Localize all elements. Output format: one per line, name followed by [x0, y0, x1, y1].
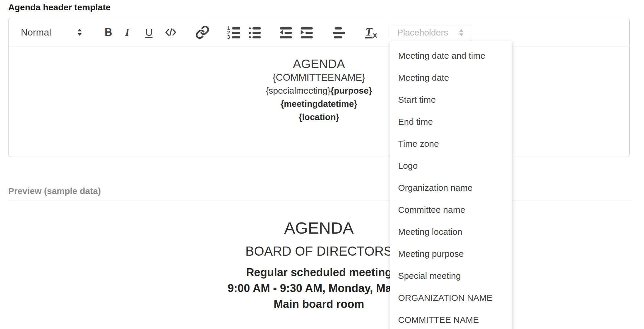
outdent-button[interactable]: [277, 24, 295, 41]
editor-toolbar: Normal B I U: [9, 18, 629, 47]
preview-line: 9:00 AM - 9:30 AM, Monday, May 2,: [8, 280, 630, 296]
editor-line: {location}: [9, 110, 629, 124]
menu-item-committee-name-caps[interactable]: COMMITTEE NAME: [390, 309, 512, 329]
ordered-list-button[interactable]: 1 2 3: [225, 24, 243, 41]
menu-item-end-time[interactable]: End time: [390, 111, 512, 133]
svg-text:3: 3: [227, 34, 230, 40]
editor-segment: {purpose}: [331, 86, 372, 95]
ordered-list-icon: 1 2 3: [227, 25, 242, 40]
link-icon: [195, 25, 210, 40]
underline-button[interactable]: U: [140, 24, 158, 41]
menu-item-committee-name[interactable]: Committee name: [390, 199, 512, 221]
chevron-updown-icon: [76, 28, 83, 37]
menu-item-meeting-location[interactable]: Meeting location: [390, 221, 512, 243]
menu-item-logo[interactable]: Logo: [390, 155, 512, 177]
bold-icon: B: [105, 26, 112, 38]
editor-line: {COMMITTEENAME}: [9, 71, 629, 84]
code-button[interactable]: [162, 24, 180, 41]
editor-segment: {specialmeeting}: [266, 86, 331, 95]
editor-content-area[interactable]: AGENDA {COMMITTEENAME} {specialmeeting}{…: [9, 47, 629, 157]
code-icon: [164, 26, 177, 39]
menu-item-organization-name-caps[interactable]: ORGANIZATION NAME: [390, 287, 512, 309]
align-button[interactable]: [330, 24, 348, 41]
menu-item-meeting-date-and-time[interactable]: Meeting date and time: [390, 45, 512, 67]
rich-text-editor: Normal B I U: [8, 18, 630, 157]
menu-item-time-zone[interactable]: Time zone: [390, 133, 512, 155]
outdent-icon: [278, 25, 294, 40]
placeholders-dropdown: Meeting date and time Meeting date Start…: [390, 41, 512, 329]
bullet-list-icon: [247, 25, 262, 40]
editor-line: {specialmeeting}{purpose}: [9, 84, 629, 97]
clear-formatting-button[interactable]: Tx: [362, 24, 380, 41]
italic-button[interactable]: I: [118, 24, 136, 41]
editor-line: {meetingdatetime}: [9, 97, 629, 110]
placeholders-select-label: Placeholders: [397, 28, 448, 38]
menu-item-meeting-date[interactable]: Meeting date: [390, 67, 512, 89]
bold-button[interactable]: B: [100, 24, 117, 41]
menu-item-organization-name[interactable]: Organization name: [390, 177, 512, 199]
italic-icon: I: [125, 26, 129, 38]
menu-item-special-meeting[interactable]: Special meeting: [390, 265, 512, 287]
page: Agenda header template Normal B I U: [0, 0, 644, 329]
indent-icon: [299, 25, 314, 40]
preview-section-heading: Preview (sample data): [8, 186, 101, 196]
chevron-updown-icon: [458, 28, 465, 37]
link-button[interactable]: [194, 24, 211, 41]
preview-line: AGENDA: [8, 219, 630, 237]
indent-button[interactable]: [298, 24, 316, 41]
editor-line: AGENDA: [9, 57, 629, 71]
bullet-list-button[interactable]: [246, 24, 264, 41]
preview-area: AGENDA BOARD OF DIRECTORS Regular schedu…: [8, 200, 630, 312]
format-picker[interactable]: Normal: [21, 18, 83, 46]
placeholders-select[interactable]: Placeholders: [390, 24, 470, 41]
menu-item-start-time[interactable]: Start time: [390, 89, 512, 111]
underline-icon: U: [145, 27, 153, 38]
align-icon: [331, 25, 347, 40]
preview-line: Main board room: [8, 296, 630, 312]
clear-formatting-icon: Tx: [365, 26, 377, 38]
menu-item-meeting-purpose[interactable]: Meeting purpose: [390, 243, 512, 265]
format-picker-value: Normal: [21, 27, 51, 38]
preview-line: BOARD OF DIRECTORS: [8, 243, 630, 259]
page-title: Agenda header template: [8, 2, 110, 12]
preview-line: Regular scheduled meeting: [8, 264, 630, 280]
